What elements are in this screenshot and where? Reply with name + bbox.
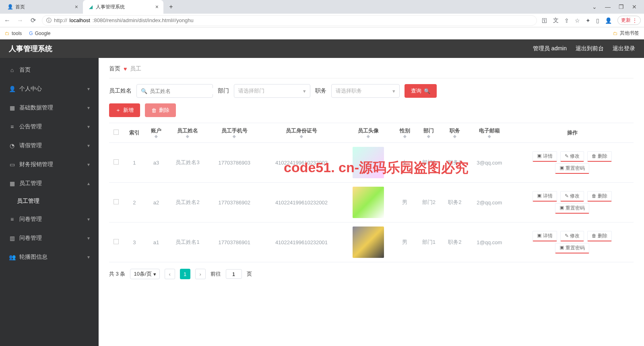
share-icon[interactable]: ⇪ <box>564 17 569 24</box>
panel-icon[interactable]: ▯ <box>596 17 599 24</box>
bookmark-folder[interactable]: 🗀tools <box>5 31 22 36</box>
employee-table: 索引 账户◆ 员工姓名◆ 员工手机号◆ 员工身份证号◆ 员工头像◆ 性别◆ 部门… <box>109 123 634 262</box>
url-input[interactable]: ⓘ http://localhost:8080/renshi/admin/dis… <box>42 15 537 26</box>
main-layout: ⌂首页 👤个人中心▾ ▦基础数据管理▾ ≡公告管理▾ ◔请假管理▾ ▭财务报销管… <box>0 58 644 346</box>
col-idno[interactable]: 员工身份证号◆ <box>261 123 343 143</box>
back-icon[interactable]: ← <box>3 17 11 24</box>
col-avatar[interactable]: 员工头像◆ <box>342 123 394 143</box>
col-acct[interactable]: 账户◆ <box>145 123 167 143</box>
translate-icon[interactable]: 文 <box>553 17 559 24</box>
name-input[interactable]: 🔍 <box>136 84 213 98</box>
sidebar-item-survey1[interactable]: ≡问卷管理▾ <box>0 210 99 229</box>
app-title: 人事管理系统 <box>9 44 52 54</box>
row-delete-button[interactable]: 🗑 删除 <box>587 231 612 241</box>
edit-button[interactable]: ✎ 修改 <box>560 151 584 162</box>
trash-icon: 🗑 <box>151 107 157 113</box>
sidebar-item-home[interactable]: ⌂首页 <box>0 60 99 79</box>
sidebar-item-finance[interactable]: ▭财务报销管理▾ <box>0 155 99 174</box>
sidebar: ⌂首页 👤个人中心▾ ▦基础数据管理▾ ≡公告管理▾ ◔请假管理▾ ▭财务报销管… <box>0 58 99 346</box>
col-actions: 操作 <box>511 123 634 143</box>
extensions-icon[interactable]: ✦ <box>586 17 590 24</box>
avatar-image <box>353 187 384 218</box>
close-icon[interactable]: × <box>155 4 159 10</box>
col-dept[interactable]: 部门◆ <box>416 123 442 143</box>
list-icon: ≡ <box>9 124 15 130</box>
dept-select[interactable]: 请选择部门 ▾ <box>234 84 310 98</box>
cell-actions: ▣ 详情 ✎ 修改 🗑 删除 ▣ 重置密码 <box>511 222 634 262</box>
forward-icon[interactable]: → <box>16 17 24 24</box>
sidebar-item-basedata[interactable]: ▦基础数据管理▾ <box>0 98 99 117</box>
reset-button[interactable]: ▣ 重置密码 <box>555 243 589 253</box>
edit-button[interactable]: ✎ 修改 <box>560 191 584 202</box>
row-check[interactable] <box>114 239 119 244</box>
cell-phone: 17703786902 <box>208 183 261 222</box>
goto-input[interactable] <box>226 269 242 279</box>
cell-dept: 部门3 <box>416 143 442 183</box>
cell-idx: 3 <box>124 222 145 262</box>
sidebar-item-carousel[interactable]: 👥轮播图信息▾ <box>0 247 99 266</box>
search-icon: 🔍 <box>424 88 430 94</box>
cell-name[interactable]: 员工姓名3 <box>167 143 208 183</box>
minimize-icon[interactable]: — <box>605 4 611 10</box>
profile-icon[interactable]: 👤 <box>605 17 612 24</box>
col-index[interactable]: 索引 <box>124 123 145 143</box>
sidebar-sub-employee[interactable]: 员工管理 <box>0 193 99 210</box>
url-host: localhost <box>70 17 90 23</box>
app-header: 人事管理系统 管理员 admin 退出到前台 退出登录 <box>0 39 644 58</box>
next-page-button[interactable]: › <box>195 269 206 279</box>
detail-button[interactable]: ▣ 详情 <box>533 151 557 162</box>
star-icon[interactable]: ☆ <box>575 17 580 24</box>
detail-button[interactable]: ▣ 详情 <box>533 231 557 241</box>
close-window-icon[interactable]: ✕ <box>632 4 637 10</box>
browser-tab[interactable]: 👤 首页 × <box>2 0 83 14</box>
add-button[interactable]: ＋新增 <box>109 103 140 117</box>
sidebar-item-profile[interactable]: 👤个人中心▾ <box>0 79 99 98</box>
admin-label[interactable]: 管理员 admin <box>533 45 567 52</box>
new-tab-button[interactable]: + <box>166 2 176 12</box>
delete-button[interactable]: 🗑删除 <box>145 103 176 117</box>
col-gender[interactable]: 性别◆ <box>394 123 416 143</box>
close-icon[interactable]: × <box>75 4 78 10</box>
logout-link[interactable]: 退出登录 <box>613 45 635 52</box>
cell-name[interactable]: 员工姓名2 <box>167 183 208 222</box>
detail-button[interactable]: ▣ 详情 <box>533 191 557 202</box>
search-row: 员工姓名 🔍 部门 请选择部门 ▾ 职务 请选择职务 ▾ 查询🔍 <box>109 84 634 98</box>
col-role[interactable]: 职务◆ <box>442 123 468 143</box>
cell-name[interactable]: 员工姓名1 <box>167 222 208 262</box>
cell-idno: 410224199610232003 <box>261 143 343 183</box>
breadcrumb-home[interactable]: 首页 <box>109 65 120 72</box>
sidebar-item-survey2[interactable]: ▥问卷管理▾ <box>0 229 99 247</box>
row-delete-button[interactable]: 🗑 删除 <box>587 191 612 202</box>
table-header: 索引 账户◆ 员工姓名◆ 员工手机号◆ 员工身份证号◆ 员工头像◆ 性别◆ 部门… <box>109 123 634 143</box>
reset-button[interactable]: ▣ 重置密码 <box>555 203 589 214</box>
update-button[interactable]: 更新⋮ <box>617 16 641 25</box>
page-size-select[interactable]: 10条/页▾ <box>130 269 159 279</box>
page-button[interactable]: 1 <box>180 269 190 279</box>
query-button[interactable]: 查询🔍 <box>405 84 437 98</box>
toolbar-icons: ⚿ 文 ⇪ ☆ ✦ ▯ 👤 更新⋮ <box>542 16 641 25</box>
col-check[interactable] <box>109 123 124 143</box>
reload-icon[interactable]: ⟳ <box>29 16 37 24</box>
key-icon[interactable]: ⚿ <box>542 17 547 24</box>
row-check[interactable] <box>114 159 119 165</box>
col-phone[interactable]: 员工手机号◆ <box>208 123 261 143</box>
reset-button[interactable]: ▣ 重置密码 <box>555 163 589 174</box>
row-delete-button[interactable]: 🗑 删除 <box>587 151 612 162</box>
maximize-icon[interactable]: ❐ <box>619 4 624 10</box>
row-check[interactable] <box>114 199 119 204</box>
bookmark-other[interactable]: 🗀其他书签 <box>613 30 639 37</box>
sidebar-item-leave[interactable]: ◔请假管理▾ <box>0 136 99 155</box>
col-email[interactable]: 电子邮箱◆ <box>468 123 511 143</box>
prev-page-button[interactable]: ‹ <box>165 269 175 279</box>
exit-front-link[interactable]: 退出到前台 <box>576 45 604 52</box>
bookmark-google[interactable]: GGoogle <box>29 31 50 36</box>
sidebar-item-notice[interactable]: ≡公告管理▾ <box>0 117 99 136</box>
chevron-down-icon[interactable]: ⌄ <box>592 4 597 10</box>
sidebar-item-employee[interactable]: ▦员工管理▴ <box>0 174 99 193</box>
cell-idx: 2 <box>124 183 145 222</box>
heart-icon: ♥ <box>124 66 127 72</box>
col-name[interactable]: 员工姓名◆ <box>167 123 208 143</box>
edit-button[interactable]: ✎ 修改 <box>560 231 584 241</box>
role-select[interactable]: 请选择职务 ▾ <box>331 84 400 98</box>
browser-tab-active[interactable]: ◢ 人事管理系统 × <box>83 0 163 14</box>
